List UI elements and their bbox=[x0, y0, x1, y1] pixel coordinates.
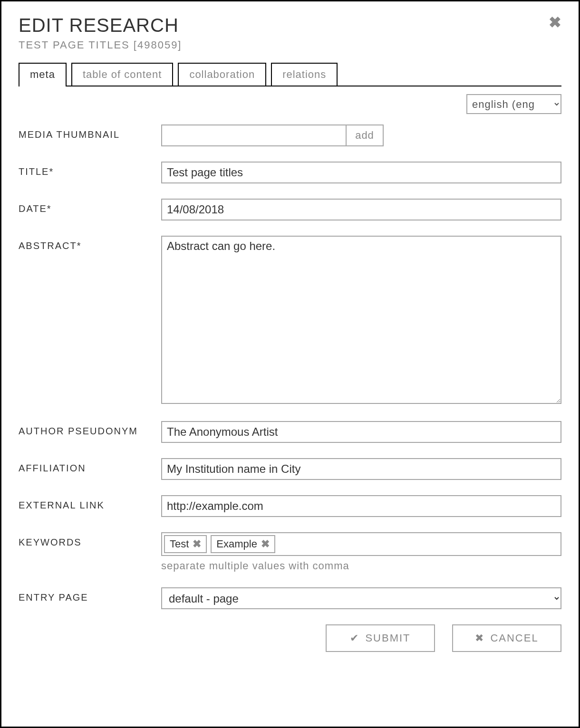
label-author-pseudonym: AUTHOR PSEUDONYM bbox=[19, 421, 161, 437]
tab-relations[interactable]: relations bbox=[271, 63, 338, 86]
keyword-chip[interactable]: Example ✖ bbox=[211, 535, 275, 553]
remove-keyword-icon[interactable]: ✖ bbox=[193, 538, 201, 550]
tab-table-of-content[interactable]: table of content bbox=[71, 63, 173, 86]
submit-button[interactable]: ✔ SUBMIT bbox=[326, 624, 435, 652]
cancel-button[interactable]: ✖ CANCEL bbox=[452, 624, 561, 652]
dialog-frame: ✖ EDIT RESEARCH TEST PAGE TITLES [498059… bbox=[0, 0, 580, 728]
page-title: EDIT RESEARCH bbox=[19, 15, 561, 36]
submit-label: SUBMIT bbox=[365, 632, 410, 644]
date-input[interactable] bbox=[161, 199, 561, 220]
label-entry-page: ENTRY PAGE bbox=[19, 587, 161, 603]
entry-page-select[interactable]: default - page bbox=[161, 587, 561, 609]
remove-keyword-icon[interactable]: ✖ bbox=[261, 538, 270, 550]
keyword-chip[interactable]: Test ✖ bbox=[164, 535, 207, 553]
keywords-helper: separate multiple values with comma bbox=[161, 560, 561, 572]
x-icon: ✖ bbox=[475, 632, 484, 644]
page-subtitle: TEST PAGE TITLES [498059] bbox=[19, 39, 561, 51]
check-icon: ✔ bbox=[350, 632, 359, 644]
label-external-link: EXTERNAL LINK bbox=[19, 495, 161, 511]
label-keywords: KEYWORDS bbox=[19, 532, 161, 548]
external-link-input[interactable] bbox=[161, 495, 561, 517]
label-title: TITLE* bbox=[19, 162, 161, 177]
keyword-text: Example bbox=[216, 538, 257, 550]
label-media-thumbnail: MEDIA THUMBNAIL bbox=[19, 125, 161, 140]
tabs: meta table of content collaboration rela… bbox=[19, 63, 561, 86]
close-icon[interactable]: ✖ bbox=[549, 15, 561, 30]
label-affiliation: AFFILIATION bbox=[19, 458, 161, 474]
media-thumbnail-input[interactable] bbox=[161, 125, 346, 146]
keyword-text: Test bbox=[170, 538, 189, 550]
title-input[interactable] bbox=[161, 162, 561, 183]
add-thumbnail-button[interactable]: add bbox=[346, 125, 384, 146]
keywords-input[interactable]: Test ✖ Example ✖ bbox=[161, 532, 561, 556]
language-select[interactable]: english (eng bbox=[466, 94, 561, 114]
affiliation-input[interactable] bbox=[161, 458, 561, 480]
label-date: DATE* bbox=[19, 199, 161, 214]
author-pseudonym-input[interactable] bbox=[161, 421, 561, 443]
cancel-label: CANCEL bbox=[490, 632, 538, 644]
label-abstract: ABSTRACT* bbox=[19, 236, 161, 251]
tab-collaboration[interactable]: collaboration bbox=[178, 63, 266, 86]
tab-meta[interactable]: meta bbox=[19, 63, 67, 86]
abstract-textarea[interactable]: Abstract can go here. bbox=[161, 236, 561, 404]
